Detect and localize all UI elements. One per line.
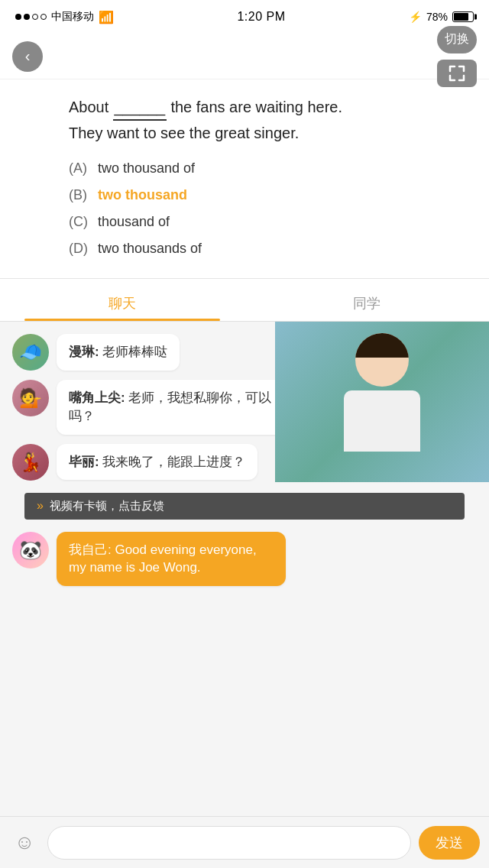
message-row: 🧢 漫琳: 老师棒棒哒 <box>12 334 287 371</box>
avatar-inner: 💁 <box>12 380 49 416</box>
tab-classmates-label: 同学 <box>353 294 381 313</box>
emoji-button[interactable]: ☺ <box>9 828 40 858</box>
carrier-label: 中国移动 <box>51 10 94 24</box>
options-list: (A) two thousand of (B) two thousand (C)… <box>69 160 466 257</box>
avatar: 🧢 <box>12 334 49 371</box>
video-box <box>275 322 489 482</box>
person-hair <box>355 333 409 358</box>
signal-dot-2 <box>24 14 30 20</box>
message-text: 漫琳: 老师棒棒哒 <box>69 345 167 359</box>
option-a-label: (A) <box>69 160 92 177</box>
message-row: 🐼 我自己: Good evening everyone, my name is… <box>12 532 287 587</box>
tab-classmates[interactable]: 同学 <box>244 285 489 321</box>
divider <box>0 278 489 279</box>
avatar-inner: 🐼 <box>12 532 49 568</box>
battery-percent: 78% <box>426 11 448 23</box>
option-c-label: (C) <box>69 214 92 230</box>
teacher-silhouette <box>329 333 436 471</box>
battery-body <box>452 11 474 22</box>
status-left: 中国移动 📶 <box>15 10 114 24</box>
message-row: 💃 毕丽: 我来晚了，能跟上进度？ <box>12 444 287 481</box>
option-b[interactable]: (B) two thousand <box>69 187 466 203</box>
expand-icon <box>449 65 465 82</box>
back-button[interactable]: ‹ <box>12 41 43 72</box>
question-area: About ______ the fans are waiting here.T… <box>0 79 489 272</box>
battery-indicator <box>452 11 474 22</box>
option-a[interactable]: (A) two thousand of <box>69 160 466 177</box>
option-c-text: thousand of <box>98 214 170 230</box>
option-d[interactable]: (D) two thousands of <box>69 241 466 257</box>
emoji-icon: ☺ <box>15 831 35 854</box>
avatar: 🐼 <box>12 532 49 568</box>
question-blank: ______ <box>113 95 167 121</box>
video-placeholder <box>275 322 489 482</box>
expand-button[interactable] <box>437 60 477 87</box>
signal-dot-3 <box>32 14 38 20</box>
message-bubble: 毕丽: 我来晚了，能跟上进度？ <box>57 444 257 481</box>
question-text: About ______ the fans are waiting here.T… <box>69 95 466 145</box>
wifi-icon: 📶 <box>99 10 114 24</box>
status-bar: 中国移动 📶 1:20 PM ⚡ 78% <box>0 0 489 34</box>
message-text: 嘴角上尖: 老师，我想私聊你，可以吗？ <box>69 390 271 423</box>
tab-chat[interactable]: 聊天 <box>0 285 244 321</box>
top-nav: ‹ 切换 <box>0 34 489 79</box>
tabs: 聊天 同学 <box>0 285 489 322</box>
switch-button[interactable]: 切换 <box>437 26 477 53</box>
send-button[interactable]: 发送 <box>419 826 480 860</box>
message-bubble: 我自己: Good evening everyone, my name is J… <box>57 532 286 587</box>
signal-dot-4 <box>40 14 47 20</box>
signal-dot-1 <box>15 14 21 20</box>
option-d-label: (D) <box>69 241 92 257</box>
message-row: 💁 嘴角上尖: 老师，我想私聊你，可以吗？ <box>12 380 287 435</box>
notification-arrow: » <box>37 499 44 513</box>
message-bubble: 嘴角上尖: 老师，我想私聊你，可以吗？ <box>57 380 286 435</box>
chat-section: 聊天 同学 <box>0 285 489 868</box>
bluetooth-icon: ⚡ <box>409 11 422 23</box>
chat-input[interactable] <box>47 826 411 860</box>
message-text: 毕丽: 我来晚了，能跟上进度？ <box>69 455 245 469</box>
status-right: ⚡ 78% <box>409 11 474 23</box>
tab-chat-label: 聊天 <box>108 294 136 313</box>
message-bubble: 漫琳: 老师棒棒哒 <box>57 334 180 371</box>
chat-container: 🧢 漫琳: 老师棒棒哒 💁 嘴角上尖: 老师，我想私聊你，可以吗？ <box>0 322 489 868</box>
person-head <box>355 333 409 387</box>
avatar: 💃 <box>12 444 49 481</box>
avatar-inner: 💃 <box>12 444 49 481</box>
option-b-label: (B) <box>69 187 92 203</box>
option-d-text: two thousands of <box>98 241 202 257</box>
battery-fill <box>454 13 468 21</box>
top-nav-right: 切换 <box>437 26 477 87</box>
status-time: 1:20 PM <box>237 10 285 24</box>
option-c[interactable]: (C) thousand of <box>69 214 466 230</box>
message-text: 我自己: Good evening everyone, my name is J… <box>69 542 257 575</box>
option-a-text: two thousand of <box>98 160 195 177</box>
avatar-inner: 🧢 <box>12 334 49 371</box>
person-body <box>344 390 420 452</box>
avatar: 💁 <box>12 380 49 416</box>
question-text-before: About <box>69 99 113 115</box>
signal-dots <box>15 14 47 20</box>
option-b-text: two thousand <box>98 187 187 203</box>
notification-bar[interactable]: » 视频有卡顿，点击反馈 <box>24 493 465 520</box>
notification-text: 视频有卡顿，点击反馈 <box>50 499 164 513</box>
input-bar: ☺ 发送 <box>0 816 489 868</box>
